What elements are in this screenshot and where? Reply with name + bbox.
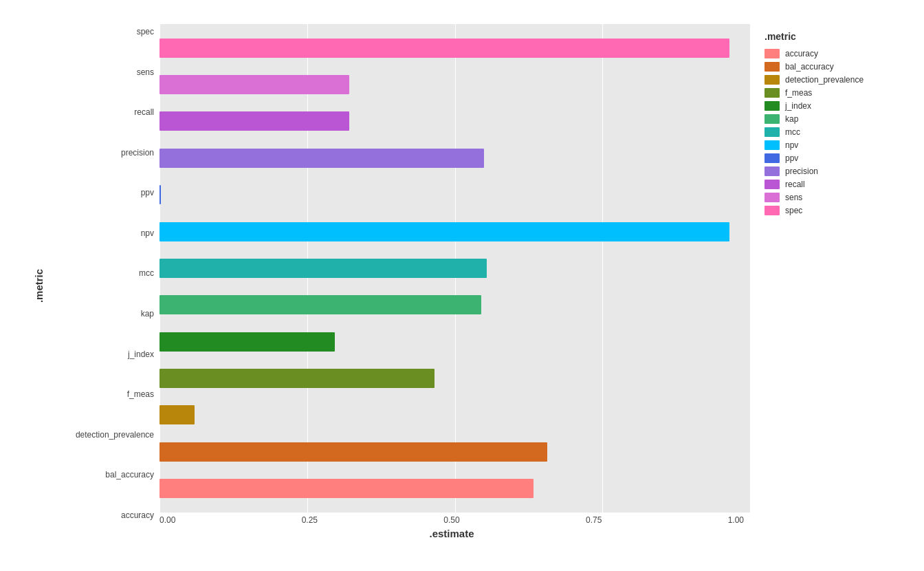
legend-color-recall <box>764 180 780 189</box>
y-tick-precision: precision <box>121 149 154 157</box>
legend-color-bal_accuracy <box>764 62 780 72</box>
legend-label-mcc: mcc <box>785 127 800 137</box>
legend-color-precision <box>764 166 780 176</box>
bar-row-detection_prevalence <box>160 402 744 427</box>
legend-color-ppv <box>764 153 780 163</box>
y-tick-accuracy: accuracy <box>121 511 154 519</box>
legend-item-sens: sens <box>764 193 895 202</box>
plot-area: .metric specsensrecallprecisionppvnpvmcc… <box>29 24 751 547</box>
bar-row-mcc <box>160 256 744 281</box>
legend-item-mcc: mcc <box>764 127 895 137</box>
legend-items: accuracybal_accuracydetection_prevalence… <box>764 49 895 215</box>
bar-f_meas <box>160 369 434 388</box>
y-tick-npv: npv <box>141 229 154 237</box>
legend-color-accuracy <box>764 49 780 58</box>
bar-accuracy <box>160 479 534 498</box>
legend-label-npv: npv <box>785 140 798 150</box>
bar-detection_prevalence <box>160 405 195 424</box>
legend-item-f_meas: f_meas <box>764 88 895 98</box>
y-tick-sens: sens <box>137 68 154 76</box>
legend-item-npv: npv <box>764 140 895 150</box>
y-tick-mcc: mcc <box>139 269 154 277</box>
legend-label-ppv: ppv <box>785 153 798 163</box>
legend-color-sens <box>764 193 780 202</box>
x-tick-4: 1.00 <box>728 515 744 525</box>
legend-label-detection_prevalence: detection_prevalence <box>785 75 864 85</box>
legend-label-precision: precision <box>785 166 818 176</box>
bar-row-sens <box>160 72 744 97</box>
legend-color-mcc <box>764 127 780 137</box>
bar-precision <box>160 149 484 168</box>
y-tick-kap: kap <box>141 310 154 318</box>
bar-npv <box>160 222 729 241</box>
x-axis-container: 0.000.250.500.751.00 .estimate <box>160 513 751 547</box>
legend-color-spec <box>764 206 780 215</box>
legend-label-j_index: j_index <box>785 101 811 111</box>
legend-item-detection_prevalence: detection_prevalence <box>764 75 895 85</box>
y-tick-spec: spec <box>137 28 154 36</box>
y-tick-f_meas: f_meas <box>127 390 154 398</box>
bar-spec <box>160 39 729 58</box>
legend-item-accuracy: accuracy <box>764 49 895 58</box>
bar-kap <box>160 295 481 314</box>
bars-and-x: 0.000.250.500.751.00 .estimate <box>160 24 751 547</box>
x-ticks-row: 0.000.250.500.751.00 <box>160 513 751 525</box>
legend-label-kap: kap <box>785 114 798 124</box>
y-tick-bal_accuracy: bal_accuracy <box>105 471 154 479</box>
bar-row-j_index <box>160 330 744 354</box>
y-tick-j_index: j_index <box>128 350 154 358</box>
x-tick-3: 0.75 <box>586 515 602 525</box>
bar-row-npv <box>160 219 744 244</box>
legend-label-bal_accuracy: bal_accuracy <box>785 62 834 72</box>
legend-color-j_index <box>764 101 780 111</box>
bar-row-precision <box>160 146 744 171</box>
legend-item-spec: spec <box>764 206 895 215</box>
grid-line-4 <box>750 24 751 513</box>
legend-item-j_index: j_index <box>764 101 895 111</box>
y-tick-detection_prevalence: detection_prevalence <box>76 431 154 439</box>
legend-label-recall: recall <box>785 180 805 189</box>
legend-label-accuracy: accuracy <box>785 49 818 58</box>
legend-item-bal_accuracy: bal_accuracy <box>764 62 895 72</box>
x-tick-2: 0.50 <box>443 515 459 525</box>
bar-j_index <box>160 332 335 352</box>
bar-sens <box>160 75 349 94</box>
bar-recall <box>160 111 349 131</box>
bar-row-ppv <box>160 182 744 207</box>
legend: .metric accuracybal_accuracydetection_pr… <box>751 24 902 547</box>
bar-row-f_meas <box>160 366 744 391</box>
legend-item-kap: kap <box>764 114 895 124</box>
bar-row-recall <box>160 109 744 133</box>
bar-ppv <box>160 185 161 204</box>
legend-color-npv <box>764 140 780 150</box>
bar-row-spec <box>160 36 744 61</box>
legend-label-f_meas: f_meas <box>785 88 812 98</box>
x-tick-0: 0.00 <box>160 515 175 525</box>
legend-item-recall: recall <box>764 180 895 189</box>
bar-bal_accuracy <box>160 442 547 462</box>
legend-color-kap <box>764 114 780 124</box>
bar-mcc <box>160 259 487 278</box>
y-axis-label: .metric <box>34 268 45 302</box>
bar-row-accuracy <box>160 476 744 501</box>
y-axis-ticks: specsensrecallprecisionppvnpvmcckapj_ind… <box>50 24 160 547</box>
bar-row-kap <box>160 292 744 317</box>
legend-item-ppv: ppv <box>764 153 895 163</box>
y-axis-label-container: .metric <box>29 24 50 547</box>
x-axis-label: .estimate <box>160 528 751 539</box>
legend-color-detection_prevalence <box>764 75 780 85</box>
y-tick-ppv: ppv <box>141 188 154 197</box>
legend-label-spec: spec <box>785 206 802 215</box>
bar-row-bal_accuracy <box>160 440 744 464</box>
legend-color-f_meas <box>764 88 780 98</box>
legend-title: .metric <box>764 31 895 42</box>
chart-container: .metric specsensrecallprecisionppvnpvmcc… <box>15 10 909 561</box>
y-tick-recall: recall <box>134 108 154 116</box>
legend-item-precision: precision <box>764 166 895 176</box>
legend-label-sens: sens <box>785 193 802 202</box>
bars-grid <box>160 24 751 513</box>
x-tick-1: 0.25 <box>302 515 318 525</box>
